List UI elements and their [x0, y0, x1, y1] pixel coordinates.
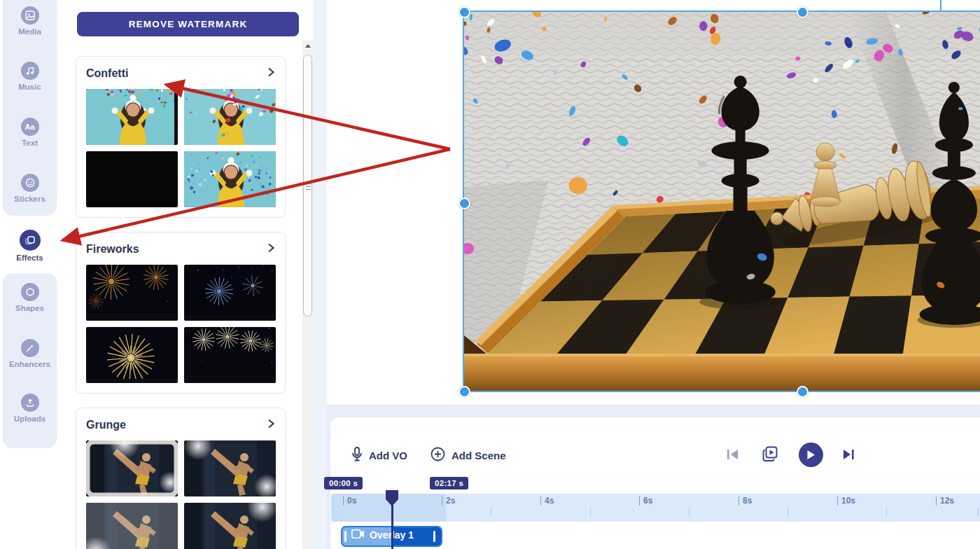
video-camera-icon: [351, 529, 365, 541]
skip-to-end-button[interactable]: [842, 448, 855, 464]
tick-label: 10s: [841, 496, 855, 506]
sidebar-item-label: Enhancers: [0, 360, 59, 368]
shapes-icon: [25, 287, 35, 297]
video-clip-selected[interactable]: [463, 11, 980, 392]
sidebar-item-enhancers[interactable]: Enhancers: [0, 339, 59, 368]
panel-canvas-divider: [314, 0, 326, 549]
fireworks-thumb-4[interactable]: [184, 327, 276, 383]
current-time-badge: 02:17 s: [430, 477, 468, 489]
grunge-thumb-3[interactable]: [86, 503, 178, 549]
grunge-thumb-4[interactable]: [184, 503, 276, 549]
resize-handle-bottom-left[interactable]: [458, 386, 470, 398]
effects-icon: [24, 235, 36, 246]
microphone-icon: [351, 447, 363, 464]
canvas-area: [326, 0, 980, 405]
tick-label: 6s: [643, 496, 652, 506]
sidebar-item-label: Stickers: [0, 195, 59, 203]
add-vo-label: Add VO: [369, 450, 407, 461]
skip-to-start-button[interactable]: [727, 448, 739, 464]
sidebar-item-label: Music: [0, 83, 59, 91]
tick-label: 8s: [743, 496, 752, 506]
scrollbar-up-arrow[interactable]: [302, 40, 314, 51]
confetti-thumb-1[interactable]: [86, 89, 178, 145]
effect-thumbs: [86, 89, 275, 207]
confetti-thumb-2[interactable]: [184, 89, 276, 145]
trim-handle-right[interactable]: [433, 531, 435, 542]
sidebar-item-music[interactable]: Music: [0, 62, 59, 91]
chevron-right-icon: [267, 418, 275, 432]
tick-label: 2s: [446, 496, 455, 506]
effects-panel: REMOVE WATERMARK Confetti: [59, 0, 314, 549]
fireworks-thumb-3[interactable]: [86, 327, 178, 383]
scrollbar-thumb[interactable]: [303, 55, 312, 317]
add-vo-button[interactable]: Add VO: [351, 447, 407, 464]
sidebar-item-label: Text: [0, 139, 59, 147]
media-icon: [25, 11, 35, 20]
tick-label: 0s: [347, 496, 356, 506]
enhancers-icon: [25, 343, 35, 353]
uploads-icon: [25, 398, 35, 408]
resize-handle-top-left[interactable]: [458, 6, 470, 18]
text-icon: Aa: [24, 123, 34, 131]
tick-label: 4s: [545, 496, 554, 506]
confetti-thumb-4[interactable]: [184, 151, 276, 207]
remove-watermark-button[interactable]: REMOVE WATERMARK: [77, 12, 299, 36]
effect-card-fireworks: Fireworks: [76, 232, 286, 394]
effect-card-grunge: Grunge: [76, 408, 286, 549]
sidebar-item-stickers[interactable]: Stickers: [0, 174, 59, 203]
sidebar-item-label: Shapes: [0, 304, 59, 312]
effect-thumbs: [86, 440, 275, 549]
effect-thumbs: [86, 265, 275, 383]
effect-card-confetti-header[interactable]: Confetti: [86, 65, 275, 82]
sidebar-item-media[interactable]: Media: [0, 6, 59, 36]
effect-card-grunge-header[interactable]: Grunge: [86, 417, 275, 433]
sidebar-item-label: Uploads: [0, 415, 59, 423]
trim-handle-left[interactable]: [344, 531, 346, 542]
stickers-icon: [25, 178, 35, 188]
music-icon: [25, 66, 35, 76]
rotation-handle-stem: [940, 0, 941, 12]
grunge-thumb-1[interactable]: [86, 440, 178, 496]
effect-card-title: Confetti: [86, 67, 128, 80]
resize-handle-left[interactable]: [458, 197, 470, 209]
playhead-handle[interactable]: [385, 489, 399, 508]
add-scene-label: Add Scene: [451, 450, 506, 461]
effect-card-fireworks-header[interactable]: Fireworks: [86, 241, 275, 258]
preview-button[interactable]: [761, 445, 778, 466]
resize-handle-top-center[interactable]: [797, 6, 808, 18]
sidebar: Media Music Aa Text Stickers Effects: [0, 0, 59, 549]
sidebar-item-label: Effects: [0, 253, 59, 262]
play-button[interactable]: [799, 443, 823, 467]
confetti-thumb-3[interactable]: [86, 151, 178, 207]
tick-label: 12s: [940, 496, 954, 506]
effect-card-title: Grunge: [86, 419, 126, 431]
add-scene-button[interactable]: Add Scene: [430, 447, 506, 464]
panel-scrollbar[interactable]: [302, 40, 314, 549]
video-editor-app: Media Music Aa Text Stickers Effects: [0, 0, 980, 549]
fireworks-thumb-1[interactable]: [86, 265, 178, 321]
chevron-right-icon: [267, 242, 275, 256]
effect-card-confetti: Confetti: [76, 56, 286, 218]
sidebar-item-effects[interactable]: Effects: [0, 230, 59, 262]
sidebar-item-uploads[interactable]: Uploads: [0, 394, 59, 423]
start-time-badge: 00:00 s: [324, 477, 363, 489]
resize-handle-bottom-center[interactable]: [797, 386, 808, 398]
grunge-thumb-2[interactable]: [184, 440, 276, 496]
sidebar-item-label: Media: [0, 27, 59, 36]
fireworks-thumb-2[interactable]: [184, 265, 276, 321]
timeline-ruler[interactable]: 0s 2s 4s 6s 8s 10s 12s: [331, 494, 980, 522]
sidebar-item-text[interactable]: Aa Text: [0, 118, 59, 147]
chevron-right-icon: [267, 67, 275, 81]
plus-circle-icon: [430, 447, 445, 464]
chess-video-preview: [464, 12, 980, 391]
sidebar-item-shapes[interactable]: Shapes: [0, 283, 59, 312]
effect-card-title: Fireworks: [86, 243, 139, 256]
